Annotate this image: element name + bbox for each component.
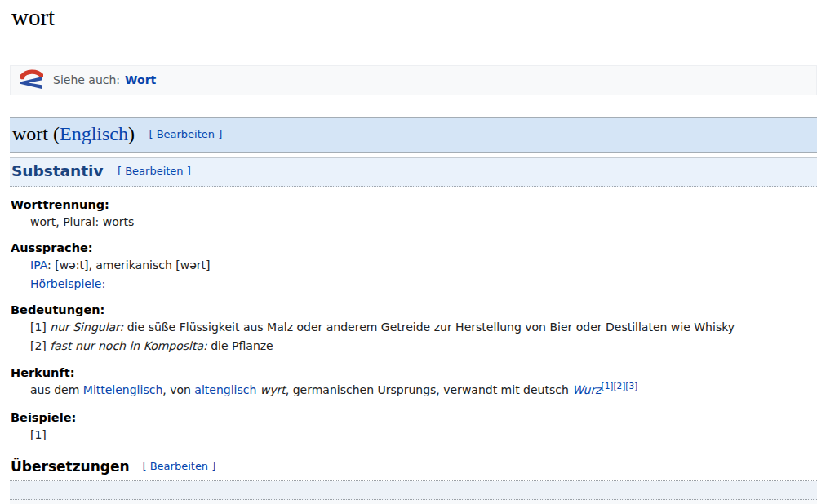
herkunft-label: Herkunft: xyxy=(11,366,817,379)
edit-language-section-link[interactable]: [ Bearbeiten ] xyxy=(149,128,222,140)
language-section-header: wort (Englisch) [ Bearbeiten ] xyxy=(10,117,817,153)
entry-word: wort ( xyxy=(12,123,60,144)
pos-section-header: Substantiv [ Bearbeiten ] xyxy=(10,157,817,187)
mittelenglisch-link[interactable]: Mittelenglisch xyxy=(83,383,162,396)
reference-3-link[interactable]: [3] xyxy=(625,381,637,391)
pos-title: Substantiv xyxy=(11,162,104,179)
translations-box: Deutsch: [1] Bierwürze, Würze; [2] Pflan… xyxy=(10,480,817,504)
bedeutungen-label: Bedeutungen: xyxy=(11,303,817,316)
herkunft-s4: , germanischen Ursprungs, verwandt mit d… xyxy=(286,383,572,396)
page-header: wort xyxy=(11,5,817,38)
aussprache-label: Aussprache: xyxy=(11,241,817,254)
disambiguation-icon xyxy=(18,69,43,91)
translations-list: Deutsch: [1] Bierwürze, Würze; [2] Pflan… xyxy=(10,500,817,504)
worttrennung-label: Worttrennung: xyxy=(11,198,817,211)
reference-2-link[interactable]: [2] xyxy=(613,381,625,391)
edit-pos-section-link[interactable]: [ Bearbeiten ] xyxy=(118,165,191,177)
hoerbeispiele-text: — xyxy=(105,277,120,290)
ipa-text: : [wə:t], amerikanisch [wərt] xyxy=(47,259,211,272)
see-also-box: Siehe auch: Wort xyxy=(10,65,817,95)
herkunft-s2: , von xyxy=(162,383,194,396)
see-also-link[interactable]: Wort xyxy=(125,73,156,86)
reference-1-link[interactable]: [1] xyxy=(602,381,614,391)
uebersetzungen-title: Übersetzungen xyxy=(11,458,130,475)
page-title: wort xyxy=(11,5,817,31)
hoerbeispiele-line: Hörbeispiele: — xyxy=(30,276,817,292)
beispiele-label: Beispiele: xyxy=(11,411,817,424)
uebersetzungen-heading: Übersetzungen [ Bearbeiten ] xyxy=(11,458,817,475)
meaning-2-qualifier: fast nur noch in Komposita: xyxy=(50,339,206,352)
ipa-line: IPA: [wə:t], amerikanisch [wərt] xyxy=(30,258,817,273)
meaning-2: [2] fast nur noch in Komposita: die Pfla… xyxy=(30,338,817,354)
herkunft-s1: aus dem xyxy=(30,383,83,396)
dictionary-entry: Worttrennung: wort, Plural: worts Ausspr… xyxy=(11,198,817,443)
meaning-1: [1] nur Singular: die süße Flüssigkeit a… xyxy=(30,320,817,335)
meaning-2-number: [2] xyxy=(30,339,50,352)
altenglisch-link[interactable]: altenglisch xyxy=(194,383,256,396)
meaning-2-text: die Pflanze xyxy=(207,339,273,352)
entry-word-close: ) xyxy=(128,123,135,144)
beispiele-item: [1] xyxy=(30,427,817,443)
worttrennung-text: wort, Plural: worts xyxy=(30,214,817,230)
wyrt-term: wyrt xyxy=(260,383,286,396)
language-link[interactable]: Englisch xyxy=(60,123,128,144)
meaning-1-text: die süße Flüssigkeit aus Malz oder ander… xyxy=(123,321,735,334)
edit-uebersetzungen-link[interactable]: [ Bearbeiten ] xyxy=(142,460,215,472)
hoerbeispiele-link[interactable]: Hörbeispiele: xyxy=(30,277,105,290)
ipa-link[interactable]: IPA xyxy=(30,259,47,272)
see-also-label: Siehe auch: xyxy=(53,73,120,86)
meaning-1-qualifier: nur Singular: xyxy=(50,321,123,334)
meaning-1-number: [1] xyxy=(30,321,50,334)
wurz-link[interactable]: Wurz xyxy=(572,383,601,396)
herkunft-text: aus dem Mittelenglisch, von altenglisch … xyxy=(30,382,817,398)
translations-box-header xyxy=(10,481,817,500)
